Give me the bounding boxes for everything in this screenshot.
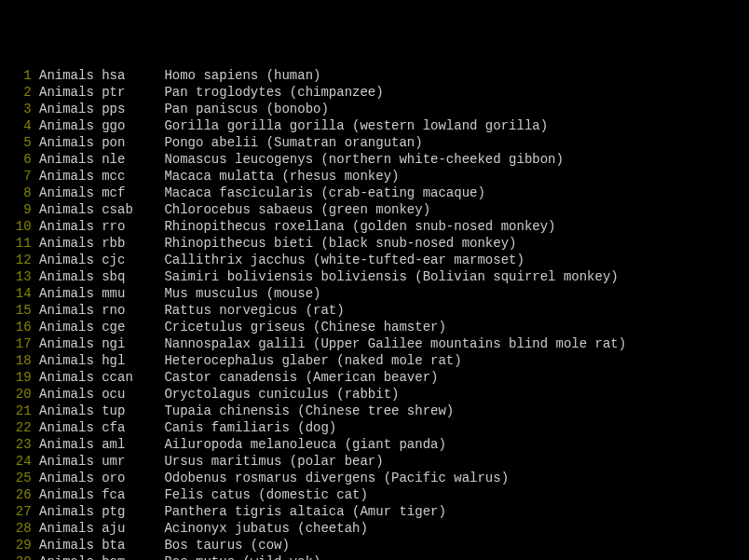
line-content: Animals hgl Heterocephalus glaber (naked… (32, 353, 462, 368)
line-content: Animals bom Bos mutus (wild yak) (32, 554, 321, 560)
text-line: 7 Animals mcc Macaca mulatta (rhesus mon… (0, 168, 749, 184)
line-number: 7 (0, 168, 32, 184)
line-content: Animals mmu Mus musculus (mouse) (32, 286, 321, 301)
line-content: Animals pon Pongo abelii (Sumatran orang… (32, 135, 423, 150)
text-line: 2 Animals ptr Pan troglodytes (chimpanze… (0, 84, 749, 101)
line-content: Animals umr Ursus maritimus (polar bear) (32, 454, 384, 469)
line-number: 15 (0, 302, 32, 319)
line-content: Animals aju Acinonyx jubatus (cheetah) (32, 521, 368, 536)
line-number: 5 (0, 134, 32, 151)
line-number: 10 (0, 218, 32, 235)
line-content: Animals ocu Oryctolagus cuniculus (rabbi… (32, 387, 400, 402)
line-number: 6 (0, 151, 32, 168)
text-line: 8 Animals mcf Macaca fascicularis (crab-… (0, 184, 749, 201)
terminal-output: 1 Animals hsa Homo sapiens (human) 2 Ani… (0, 67, 749, 560)
line-number: 3 (0, 101, 32, 117)
line-number: 25 (0, 470, 32, 486)
text-line: 15 Animals rno Rattus norvegicus (rat) (0, 302, 749, 319)
line-number: 20 (0, 386, 32, 403)
line-content: Animals oro Odobenus rosmarus divergens … (32, 471, 509, 485)
text-line: 28 Animals aju Acinonyx jubatus (cheetah… (0, 520, 749, 537)
line-content: Animals cge Cricetulus griseus (Chinese … (32, 320, 446, 335)
line-number: 21 (0, 403, 32, 419)
line-number: 12 (0, 252, 32, 268)
text-line: 9 Animals csab Chlorocebus sabaeus (gree… (0, 201, 749, 218)
text-line: 16 Animals cge Cricetulus griseus (Chine… (0, 319, 749, 335)
line-content: Animals csab Chlorocebus sabaeus (green … (32, 202, 430, 217)
line-content: Animals ptg Panthera tigris altaica (Amu… (32, 504, 446, 519)
text-line: 29 Animals bta Bos taurus (cow) (0, 537, 749, 553)
line-content: Animals nle Nomascus leucogenys (norther… (32, 152, 564, 167)
line-content: Animals mcf Macaca fascicularis (crab-ea… (32, 185, 485, 200)
line-number: 24 (0, 453, 32, 470)
line-content: Animals aml Ailuropoda melanoleuca (gian… (32, 437, 446, 452)
text-line: 24 Animals umr Ursus maritimus (polar be… (0, 453, 749, 470)
text-line: 26 Animals fca Felis catus (domestic cat… (0, 486, 749, 503)
text-line: 21 Animals tup Tupaia chinensis (Chinese… (0, 403, 749, 419)
line-number: 17 (0, 335, 32, 352)
text-line: 4 Animals ggo Gorilla gorilla gorilla (w… (0, 117, 749, 134)
line-content: Animals sbq Saimiri boliviensis bolivien… (32, 269, 619, 284)
line-number: 29 (0, 537, 32, 553)
text-line: 23 Animals aml Ailuropoda melanoleuca (g… (0, 436, 749, 453)
line-content: Animals pps Pan paniscus (bonobo) (32, 102, 329, 116)
text-line: 19 Animals ccan Castor canadensis (Ameri… (0, 369, 749, 386)
line-number: 11 (0, 235, 32, 252)
line-number: 1 (0, 67, 32, 84)
line-content: Animals cfa Canis familiaris (dog) (32, 420, 337, 435)
text-line: 22 Animals cfa Canis familiaris (dog) (0, 419, 749, 436)
line-number: 2 (0, 84, 32, 101)
text-line: 1 Animals hsa Homo sapiens (human) (0, 67, 749, 84)
line-content: Animals ccan Castor canadensis (American… (32, 370, 439, 385)
text-line: 25 Animals oro Odobenus rosmarus diverge… (0, 470, 749, 486)
line-content: Animals ptr Pan troglodytes (chimpanzee) (32, 85, 384, 100)
line-content: Animals cjc Callithrix jacchus (white-tu… (32, 253, 524, 267)
line-content: Animals rro Rhinopithecus roxellana (gol… (32, 219, 556, 234)
text-line: 27 Animals ptg Panthera tigris altaica (… (0, 503, 749, 520)
line-content: Animals fca Felis catus (domestic cat) (32, 487, 368, 502)
line-content: Animals bta Bos taurus (cow) (32, 538, 290, 553)
text-line: 11 Animals rbb Rhinopithecus bieti (blac… (0, 235, 749, 252)
line-number: 27 (0, 503, 32, 520)
line-number: 19 (0, 369, 32, 386)
text-line: 10 Animals rro Rhinopithecus roxellana (… (0, 218, 749, 235)
text-line: 14 Animals mmu Mus musculus (mouse) (0, 285, 749, 302)
line-content: Animals tup Tupaia chinensis (Chinese tr… (32, 403, 455, 418)
line-content: Animals mcc Macaca mulatta (rhesus monke… (32, 169, 400, 184)
line-number: 22 (0, 419, 32, 436)
line-number: 9 (0, 201, 32, 218)
line-content: Animals rno Rattus norvegicus (rat) (32, 303, 345, 318)
text-line: 12 Animals cjc Callithrix jacchus (white… (0, 252, 749, 268)
text-line: 18 Animals hgl Heterocephalus glaber (na… (0, 352, 749, 369)
line-number: 30 (0, 553, 32, 560)
text-line: 13 Animals sbq Saimiri boliviensis boliv… (0, 268, 749, 285)
line-number: 14 (0, 285, 32, 302)
line-number: 18 (0, 352, 32, 369)
line-number: 28 (0, 520, 32, 537)
line-content: Animals ngi Nannospalax galili (Upper Ga… (32, 336, 627, 351)
line-number: 26 (0, 486, 32, 503)
text-line: 6 Animals nle Nomascus leucogenys (north… (0, 151, 749, 168)
line-number: 4 (0, 117, 32, 134)
text-line: 30 Animals bom Bos mutus (wild yak) (0, 553, 749, 560)
line-content: Animals ggo Gorilla gorilla gorilla (wes… (32, 118, 549, 133)
text-line: 17 Animals ngi Nannospalax galili (Upper… (0, 335, 749, 352)
line-number: 8 (0, 184, 32, 201)
line-number: 13 (0, 268, 32, 285)
line-number: 16 (0, 319, 32, 335)
line-content: Animals rbb Rhinopithecus bieti (black s… (32, 236, 517, 251)
text-line: 5 Animals pon Pongo abelii (Sumatran ora… (0, 134, 749, 151)
text-line: 20 Animals ocu Oryctolagus cuniculus (ra… (0, 386, 749, 403)
line-number: 23 (0, 436, 32, 453)
text-line: 3 Animals pps Pan paniscus (bonobo) (0, 101, 749, 117)
line-content: Animals hsa Homo sapiens (human) (32, 68, 321, 83)
